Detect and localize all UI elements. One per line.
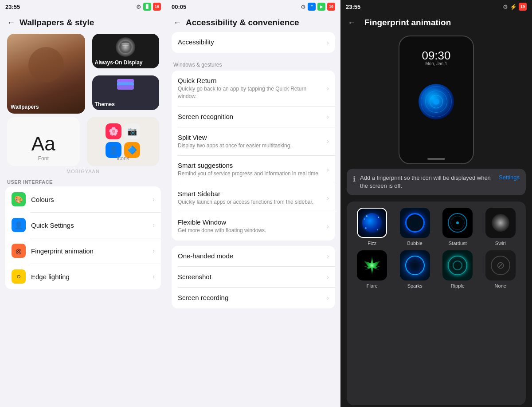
flare-thumb <box>357 250 387 281</box>
accessibility-card: Accessibility › <box>172 32 335 53</box>
one-handed-mode-title: One-handed mode <box>178 252 323 260</box>
flare-animation-item[interactable]: Flare <box>353 250 391 288</box>
fingerprint-animation-item[interactable]: ◎ Fingerprint animation › <box>5 238 161 264</box>
screenshot-item[interactable]: Screenshot › <box>172 267 335 288</box>
screen-recording-item[interactable]: Screen recording › <box>172 288 335 308</box>
notification-badge-p3: 19 <box>519 3 527 11</box>
animations-section: Fizz Bubble Stardust <box>347 202 526 405</box>
stardust-ring <box>448 213 467 233</box>
info-settings-button[interactable]: Settings <box>499 174 520 181</box>
screen-recognition-item[interactable]: Screen recognition › <box>172 107 335 127</box>
charging-icon-p3: ⚡ <box>510 4 517 10</box>
one-handed-mode-item[interactable]: One-handed mode › <box>172 246 335 267</box>
accessibility-panel: 00:05 ⚙ F ▶ 19 ← Accessibility & conveni… <box>166 0 340 407</box>
app-icon-pink: 🌸 <box>106 123 121 139</box>
bubble-animation-item[interactable]: Bubble <box>396 208 434 246</box>
edge-lighting-label: Edge lighting <box>31 273 153 281</box>
bottom-items-card: One-handed mode › Screenshot › Screen re… <box>172 246 335 308</box>
icons-item[interactable]: 🌸 📷 👤 🔷 Icons <box>87 117 160 166</box>
screen-recording-chevron: › <box>327 294 329 301</box>
back-button-p1[interactable]: ← <box>7 18 15 28</box>
page-title-p2: Accessibility & convenience <box>186 18 299 28</box>
info-banner-text: Add a fingerprint so the icon will be di… <box>360 174 494 190</box>
screen-recording-title: Screen recording <box>178 294 323 301</box>
smart-sidebar-item[interactable]: Smart Sidebar Quickly launch apps or acc… <box>172 184 335 212</box>
swirl-animation-item[interactable]: Swirl <box>481 208 520 246</box>
accessibility-item[interactable]: Accessibility › <box>172 32 335 53</box>
flexible-window-item[interactable]: Flexible Window Get more done with float… <box>172 212 335 241</box>
font-item[interactable]: Aa Font <box>7 117 80 166</box>
section-header-ui: USER INTERFACE <box>0 176 166 186</box>
fizz-animation-item[interactable]: Fizz <box>353 208 391 246</box>
bubble-thumb <box>400 208 430 238</box>
smart-sidebar-title: Smart Sidebar <box>178 190 323 198</box>
animations-grid: Fizz Bubble Stardust <box>353 208 520 288</box>
app-icon-camera: 📷 <box>124 123 140 139</box>
ui-settings-list: 🎨 Colours › 👤 Quick Settings › ◎ Fingerp… <box>5 186 161 289</box>
edge-lighting-chevron: › <box>153 273 155 280</box>
status-icons-p2: ⚙ F ▶ 19 <box>301 3 335 11</box>
stardust-thumb <box>442 208 473 238</box>
fingerprint-animation-icon: ◎ <box>12 244 26 258</box>
back-button-p3[interactable]: ← <box>348 18 356 28</box>
settings-icon-p3: ⚙ <box>503 4 508 10</box>
status-icons-p1: ⚙ ▊ 19 <box>136 3 161 11</box>
fingerprint-animation-chevron: › <box>153 247 155 254</box>
colours-item[interactable]: 🎨 Colours › <box>5 186 161 212</box>
smart-suggestions-item[interactable]: Smart suggestions Remind you of service … <box>172 155 335 184</box>
split-view-item[interactable]: Split View Display two apps at once for … <box>172 127 335 156</box>
preview-time: 09:30 <box>422 50 450 61</box>
ripple-thumb <box>442 250 473 281</box>
ripple-ring <box>448 256 467 275</box>
always-on-display-item[interactable]: Always-On Display <box>92 34 160 68</box>
bubble-ring <box>405 213 425 233</box>
stardust-label: Stardust <box>449 241 467 246</box>
windows-gestures-label: Windows & gestures <box>166 55 340 71</box>
screenshot-title: Screenshot <box>178 273 323 281</box>
status-time-p3: 23:55 <box>346 4 360 10</box>
wallpapers-item[interactable]: Wallpapers <box>7 34 85 114</box>
preview-date: Mon, Jan 1 <box>422 61 450 66</box>
ripple-animation-item[interactable]: Ripple <box>438 250 477 288</box>
colours-chevron: › <box>153 196 155 203</box>
quick-settings-label: Quick Settings <box>31 221 153 229</box>
split-view-chevron: › <box>327 138 329 145</box>
watermark: MOBIGYAAN <box>0 168 166 176</box>
phone-home-indicator <box>427 158 445 160</box>
fingerprint-preview-animation <box>419 84 454 119</box>
header-p2: ← Accessibility & convenience <box>166 13 340 32</box>
swirl-label: Swirl <box>495 241 506 246</box>
quick-return-item[interactable]: Quick Return Quickly go back to an app b… <box>172 71 335 107</box>
flexible-window-desc: Get more done with floating windows. <box>178 227 323 234</box>
none-animation-item[interactable]: ⊘ None <box>481 250 520 288</box>
quick-return-desc: Quickly go back to an app by tapping the… <box>178 85 323 100</box>
themes-item[interactable]: Themes <box>92 75 160 110</box>
windows-gestures-card: Quick Return Quickly go back to an app b… <box>172 71 335 241</box>
edge-lighting-item[interactable]: ○ Edge lighting › <box>5 264 161 289</box>
flexible-window-title: Flexible Window <box>178 218 323 226</box>
flexible-window-chevron: › <box>327 223 329 230</box>
app-status-icon-p2: F <box>308 3 316 11</box>
app-status-icon2-p2: ▶ <box>317 3 325 11</box>
smart-suggestions-title: Smart suggestions <box>178 162 323 169</box>
bubble-label: Bubble <box>407 241 422 246</box>
font-label: Font <box>38 155 49 162</box>
screen-recognition-title: Screen recognition <box>178 113 323 120</box>
sparks-animation-item[interactable]: Sparks <box>396 250 434 288</box>
page-title-p1: Wallpapers & style <box>20 18 94 28</box>
sparks-label: Sparks <box>407 283 422 288</box>
one-handed-chevron: › <box>327 253 329 260</box>
icons-preview: 🌸 📷 👤 🔷 <box>106 123 140 158</box>
quick-settings-item[interactable]: 👤 Quick Settings › <box>5 212 161 238</box>
flare-label: Flare <box>367 283 378 288</box>
none-ring: ⊘ <box>491 256 510 275</box>
stardust-animation-item[interactable]: Stardust <box>438 208 477 246</box>
fingerprint-animation-label: Fingerprint animation <box>31 247 153 255</box>
fingerprint-animation-panel: 23:55 ⚙ ⚡ 19 ← Fingerprint animation 09:… <box>340 0 532 407</box>
quick-settings-chevron: › <box>153 221 155 229</box>
back-button-p2[interactable]: ← <box>173 18 181 28</box>
colours-icon: 🎨 <box>12 192 26 206</box>
sparks-ring <box>405 256 425 275</box>
settings-icon-p2: ⚙ <box>301 4 306 10</box>
font-preview: Aa <box>31 134 55 154</box>
